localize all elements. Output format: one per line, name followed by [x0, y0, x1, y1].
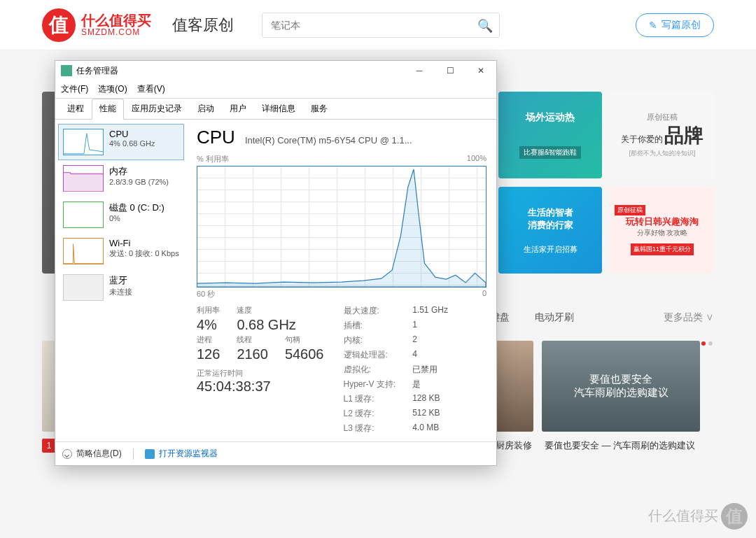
- spec-label: L2 缓存:: [344, 408, 396, 420]
- separator: [133, 448, 134, 460]
- write-article-button[interactable]: ✎ 写篇原创: [636, 13, 714, 37]
- sidebar-item-disk[interactable]: 磁盘 0 (C: D:)0%: [58, 197, 184, 233]
- sidebar-label: Wi-Fi: [109, 238, 179, 248]
- spec-value: 已禁用: [412, 364, 448, 376]
- stat-val-proc: 126: [197, 346, 220, 362]
- stat-label-proc: 进程: [197, 334, 220, 345]
- watermark-icon: 值: [721, 503, 748, 530]
- menu-view[interactable]: 查看(V): [137, 83, 165, 95]
- cpu-specs: 最大速度:1.51 GHz 插槽:1 内核:2 逻辑处理器:4 虚拟化:已禁用 …: [344, 305, 448, 434]
- tab-users[interactable]: 用户: [222, 99, 254, 120]
- sidebar-item-memory[interactable]: 内存2.8/3.9 GB (72%): [58, 160, 184, 197]
- menu-file[interactable]: 文件(F): [61, 83, 88, 95]
- search-input[interactable]: [262, 13, 500, 38]
- pencil-icon: ✎: [649, 20, 657, 31]
- spec-value: 1: [412, 320, 448, 332]
- tab-performance[interactable]: 性能: [92, 99, 124, 120]
- carousel-dots[interactable]: [700, 338, 714, 348]
- cpu-utilization-chart[interactable]: [197, 166, 486, 288]
- site-logo[interactable]: 值 什么值得买SMZDM.COM: [42, 8, 151, 42]
- card-text: 分享好物 攻攻略: [637, 228, 688, 238]
- search-icon[interactable]: 🔍: [477, 18, 493, 34]
- spec-label: L1 缓存:: [344, 393, 396, 405]
- article-title: 要值也要安全 — 汽车雨刷的选购建议: [545, 439, 695, 453]
- promo-card-brand[interactable]: 原创征稿 关于你爱的 品牌 [那些不为人知的冷知识]: [610, 92, 714, 178]
- menubar: 文件(F) 选项(O) 查看(V): [55, 80, 496, 99]
- wifi-thumb-icon: [63, 238, 104, 264]
- sidebar-value: 未连接: [109, 287, 132, 297]
- graph-ymax: 100%: [467, 154, 486, 164]
- tab-processes[interactable]: 进程: [59, 99, 92, 120]
- category-toothbrush[interactable]: 电动牙刷: [535, 311, 574, 324]
- cpu-thumb-icon: [63, 129, 104, 155]
- watermark-text: 什么值得买: [648, 507, 718, 525]
- sidebar-value: 2.8/3.9 GB (72%): [109, 178, 169, 186]
- promo-card-haitao[interactable]: 原创征稿 玩转日韩兴趣海淘 分享好物 攻攻略 赢韩国11重千元积分: [610, 187, 714, 274]
- card-sub: [那些不为人知的冷知识]: [629, 149, 695, 158]
- cpu-model: Intel(R) Core(TM) m5-6Y54 CPU @ 1.1...: [245, 135, 412, 146]
- tab-app-history[interactable]: 应用历史记录: [124, 99, 190, 120]
- stat-val-thread: 2160: [237, 346, 268, 362]
- stat-val-uptime: 45:04:38:37: [197, 378, 324, 395]
- maximize-button[interactable]: ☐: [435, 61, 465, 80]
- cpu-heading: CPU: [197, 127, 235, 148]
- spec-label: Hyper-V 支持:: [344, 378, 396, 390]
- article-thumb: 要值也要安全汽车雨刷的选购建议: [542, 341, 700, 432]
- open-resource-monitor-link[interactable]: 打开资源监视器: [145, 448, 218, 460]
- collapse-label: 简略信息(D): [76, 448, 122, 460]
- promo-card-life[interactable]: 生活的智者 消费的行家 生活家开启招募: [498, 187, 602, 274]
- stat-val-speed: 0.68 GHz: [237, 317, 323, 333]
- sidebar-item-bluetooth[interactable]: 蓝牙未连接: [58, 269, 184, 306]
- tab-details[interactable]: 详细信息: [254, 99, 303, 120]
- sidebar-value: 发送: 0 接收: 0 Kbps: [109, 248, 179, 259]
- stat-label-speed: 速度: [237, 305, 268, 316]
- sidebar-item-wifi[interactable]: Wi-Fi发送: 0 接收: 0 Kbps: [58, 233, 184, 269]
- stat-label-util: 利用率: [197, 305, 220, 316]
- fewer-details-button[interactable]: 简略信息(D): [62, 448, 122, 460]
- spec-label: 内核:: [344, 334, 396, 346]
- sidebar-label: 磁盘 0 (C: D:): [109, 201, 164, 214]
- stat-val-util: 4%: [197, 317, 220, 333]
- app-icon: [61, 65, 72, 76]
- spec-label: L3 缓存:: [344, 423, 396, 434]
- card-text: 赢韩国11重千元积分: [631, 243, 694, 255]
- spec-label: 最大速度:: [344, 305, 396, 317]
- spec-label: 逻辑处理器:: [344, 349, 396, 361]
- spec-value: 512 KB: [412, 408, 448, 420]
- spec-label: 虚拟化:: [344, 364, 396, 376]
- graph-ylabel: % 利用率: [197, 154, 229, 164]
- sidebar-label: CPU: [109, 129, 155, 139]
- sidebar-value: 0%: [109, 214, 164, 222]
- performance-main: CPU Intel(R) Core(TM) m5-6Y54 CPU @ 1.1.…: [187, 120, 496, 441]
- monitor-icon: [145, 449, 155, 459]
- sidebar-label: 内存: [109, 165, 169, 178]
- card-text: 关于你爱的: [621, 134, 663, 146]
- graph-xlabel-left: 60 秒: [197, 289, 215, 299]
- card-text: 玩转日韩兴趣海淘: [626, 215, 699, 228]
- svg-rect-0: [64, 173, 103, 192]
- tab-startup[interactable]: 启动: [190, 99, 222, 120]
- sidebar-item-cpu[interactable]: CPU4% 0.68 GHz: [58, 124, 184, 160]
- window-title: 任务管理器: [76, 65, 404, 77]
- promo-card-sports[interactable]: 场外运动热 比赛服&智能跑鞋: [498, 92, 602, 178]
- card-text: 消费的行家: [528, 219, 573, 232]
- memory-thumb-icon: [63, 165, 104, 192]
- category-more[interactable]: 更多品类 ∨: [664, 311, 714, 324]
- logo-cn: 什么值得买: [81, 13, 151, 27]
- menu-options[interactable]: 选项(O): [98, 83, 127, 95]
- task-manager-footer: 简略信息(D) 打开资源监视器: [55, 441, 496, 465]
- tab-services[interactable]: 服务: [303, 99, 335, 120]
- card-tag: 原创征稿: [647, 112, 678, 122]
- minimize-button[interactable]: ─: [404, 61, 435, 80]
- spec-value: 1.51 GHz: [412, 305, 448, 317]
- close-button[interactable]: ✕: [465, 61, 496, 80]
- card-text: 生活的智者: [528, 206, 573, 219]
- stat-label-thread: 线程: [237, 334, 268, 345]
- rank-badge: 1: [42, 439, 56, 453]
- bluetooth-thumb-icon: [63, 274, 104, 301]
- titlebar[interactable]: 任务管理器 ─ ☐ ✕: [55, 61, 496, 80]
- performance-sidebar: CPU4% 0.68 GHz 内存2.8/3.9 GB (72%) 磁盘 0 (…: [55, 120, 187, 441]
- resmon-label: 打开资源监视器: [159, 448, 218, 460]
- sidebar-value: 4% 0.68 GHz: [109, 139, 155, 148]
- article-card[interactable]: 要值也要安全汽车雨刷的选购建议 要值也要安全 — 汽车雨刷的选购建议: [542, 341, 700, 466]
